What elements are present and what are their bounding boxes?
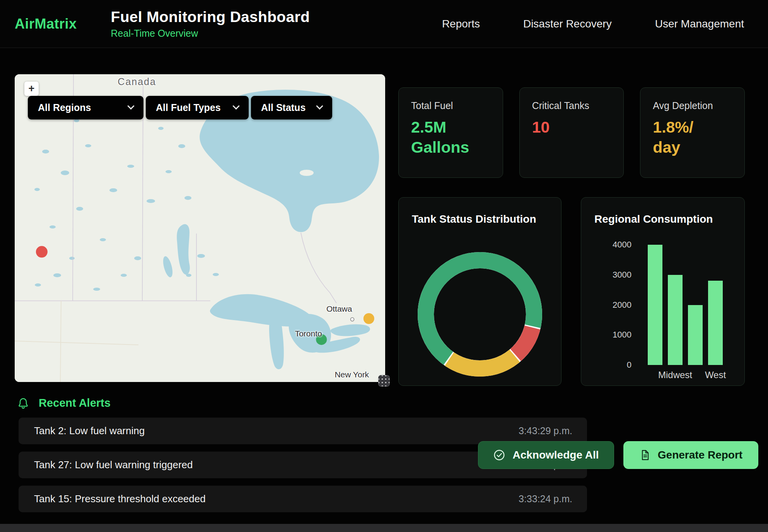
stat-card-total-fuel: Total Fuel2.5M Gallons	[398, 87, 503, 178]
document-icon	[639, 449, 651, 461]
bell-icon	[17, 397, 29, 409]
nav-user-management[interactable]: User Management	[655, 18, 744, 30]
bar-region-2	[688, 305, 703, 365]
stat-label: Total Fuel	[411, 100, 490, 111]
stat-value: 2.5M Gallons	[411, 117, 485, 158]
chevron-down-icon	[127, 102, 134, 109]
zoom-in-button[interactable]: +	[24, 82, 39, 96]
map-canvas[interactable]	[15, 74, 385, 382]
stat-card-critical-tanks: Critical Tanks10	[519, 87, 624, 178]
nav-reports[interactable]: Reports	[442, 18, 480, 30]
x-axis-label-west: West	[690, 370, 741, 380]
nav-disaster-recovery[interactable]: Disaster Recovery	[523, 18, 612, 30]
stat-value: 10	[532, 117, 606, 137]
filter-all-status[interactable]: All Status	[251, 96, 332, 119]
chevron-down-icon	[232, 102, 239, 109]
y-axis-tick: 0	[593, 360, 631, 370]
alert-row[interactable]: Tank 15: Pressure threshold exceeded3:33…	[19, 486, 587, 512]
brand-logo[interactable]: AirMatrix	[15, 16, 77, 32]
filter-value: All Fuel Types	[156, 102, 221, 113]
page-title: Fuel Monitoring Dashboard	[111, 9, 310, 26]
acknowledge-all-button[interactable]: Acknowledge All	[478, 441, 614, 469]
tank-marker-warning[interactable]	[364, 313, 374, 324]
y-axis-tick: 4000	[593, 240, 631, 250]
bar-region-0	[648, 245, 662, 365]
tank-status-title: Tank Status Distribution	[412, 213, 536, 225]
filter-value: All Status	[261, 102, 305, 113]
alert-time: 3:33:24 p.m.	[519, 493, 572, 505]
map-filters: All RegionsAll Fuel TypesAll Status	[28, 96, 332, 119]
chevron-down-icon	[316, 102, 323, 109]
check-circle-icon	[493, 449, 505, 461]
bar-region-3	[708, 281, 723, 365]
y-axis-tick: 3000	[593, 270, 631, 280]
alert-row[interactable]: Tank 2: Low fuel warning3:43:29 p.m.	[19, 418, 587, 444]
resize-handle-icon[interactable]	[378, 375, 390, 387]
alerts-heading-text: Recent Alerts	[39, 397, 111, 409]
alert-time: 3:43:29 p.m.	[519, 425, 572, 437]
bar-chart: 01000200030004000MidwestWest	[581, 198, 744, 385]
charts-row: Tank Status Distribution Regional Consum…	[398, 197, 745, 386]
map-panel: CanadaOttawaTorontoNew York + All Region…	[15, 74, 385, 382]
alerts-heading: Recent Alerts	[17, 397, 111, 409]
generate-report-label: Generate Report	[658, 449, 742, 461]
bar-region-1	[668, 275, 683, 365]
donut-segment-warning	[449, 356, 515, 368]
acknowledge-all-label: Acknowledge All	[512, 449, 599, 461]
stat-label: Critical Tanks	[532, 100, 611, 111]
filter-all-fuel-types[interactable]: All Fuel Types	[146, 96, 249, 119]
header-nav: ReportsDisaster RecoveryUser Management	[442, 18, 768, 30]
filter-all-regions[interactable]: All Regions	[28, 96, 143, 119]
stat-label: Avg Depletion	[653, 100, 732, 111]
ottawa-town-dot	[351, 318, 354, 321]
map-island	[300, 170, 314, 176]
donut-segment-critical	[515, 327, 532, 355]
stat-value: 1.8%/day	[653, 117, 698, 158]
action-buttons: Acknowledge All Generate Report	[478, 441, 758, 469]
tank-status-card: Tank Status Distribution	[398, 197, 561, 386]
stat-card-avg-depletion: Avg Depletion1.8%/day	[640, 87, 745, 178]
alert-message: Tank 15: Pressure threshold exceeded	[34, 493, 206, 505]
y-axis-tick: 2000	[593, 300, 631, 310]
page-subtitle: Real-Time Overview	[111, 28, 310, 39]
title-block: Fuel Monitoring Dashboard Real-Time Over…	[111, 9, 310, 39]
tank-marker-normal[interactable]	[316, 334, 327, 345]
regional-consumption-card: Regional Consumption 01000200030004000Mi…	[581, 197, 745, 386]
generate-report-button[interactable]: Generate Report	[623, 441, 758, 469]
y-axis-tick: 1000	[593, 330, 631, 340]
tank-marker-critical[interactable]	[36, 246, 48, 257]
alert-message: Tank 27: Low fuel warning triggered	[34, 459, 193, 471]
stats-row: Total Fuel2.5M GallonsCritical Tanks10Av…	[398, 87, 745, 178]
bottom-scrollbar[interactable]	[0, 524, 768, 532]
alert-message: Tank 2: Low fuel warning	[34, 425, 145, 437]
filter-value: All Regions	[38, 102, 91, 113]
donut-chart	[417, 252, 543, 377]
app-header: AirMatrix Fuel Monitoring Dashboard Real…	[0, 0, 768, 48]
